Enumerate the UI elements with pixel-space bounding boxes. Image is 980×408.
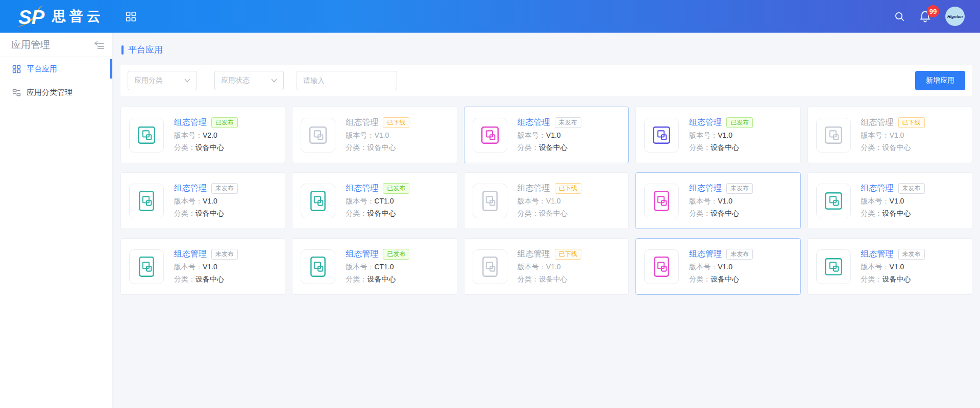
brand-logo: SP 思普云 (15, 5, 104, 28)
app-version: 版本号：CT1.0 (346, 197, 409, 206)
app-card[interactable]: 组态管理 已下线 版本号：V1.0 分类：设备中心 (464, 238, 629, 295)
app-card[interactable]: 组态管理 未发布 版本号：V1.0 分类：设备中心 (807, 238, 972, 295)
app-card[interactable]: 组态管理 未发布 版本号：V1.0 分类：设备中心 (464, 107, 629, 163)
title-accent-bar (121, 45, 124, 55)
app-title-link[interactable]: 组态管理 (174, 183, 207, 194)
status-badge: 已下线 (898, 117, 925, 128)
chevron-down-icon (184, 79, 190, 83)
app-title-link[interactable]: 组态管理 (689, 117, 722, 128)
app-icon (816, 249, 851, 284)
app-card[interactable]: 组态管理 未发布 版本号：V1.0 分类：设备中心 (120, 238, 285, 295)
app-category-row: 分类：设备中心 (174, 143, 238, 152)
app-title-link[interactable]: 组态管理 (346, 117, 378, 128)
app-status-select[interactable]: 应用状态 (214, 71, 284, 90)
app-title-link[interactable]: 组态管理 (518, 183, 550, 194)
app-card[interactable]: 组态管理 未发布 版本号：V1.0 分类：设备中心 (635, 238, 800, 295)
app-icon (301, 249, 335, 284)
app-title-link[interactable]: 组态管理 (689, 249, 722, 260)
app-title-link[interactable]: 组态管理 (861, 183, 894, 194)
app-category-row: 分类：设备中心 (346, 209, 409, 218)
status-badge: 已下线 (383, 117, 409, 128)
status-badge: 未发布 (726, 249, 753, 260)
status-badge: 未发布 (898, 249, 925, 260)
sidebar-item-platform-apps[interactable]: 平台应用 (0, 57, 112, 81)
status-badge: 未发布 (555, 117, 581, 128)
svg-text:SP: SP (18, 6, 45, 28)
app-icon (129, 184, 164, 218)
filter-toolbar: 应用分类 应用状态 新增应用 (120, 65, 972, 96)
sidebar-title: 应用管理 (0, 38, 86, 52)
app-cards-grid: 组态管理 已发布 版本号：V2.0 分类：设备中心 组态管理 已下线 (120, 107, 972, 295)
app-card[interactable]: 组态管理 已发布 版本号：V1.0 分类：设备中心 (635, 107, 800, 163)
status-badge: 已发布 (726, 117, 753, 128)
app-card[interactable]: 组态管理 已发布 版本号：CT1.0 分类：设备中心 (292, 238, 457, 295)
app-category-row: 分类：设备中心 (861, 209, 925, 218)
status-badge: 已下线 (555, 183, 581, 194)
status-badge: 未发布 (726, 183, 753, 194)
category-icon (12, 88, 21, 97)
status-badge: 已下线 (555, 249, 581, 260)
sidebar: 应用管理 平台应用 应用分类管理 (0, 33, 112, 408)
app-card[interactable]: 组态管理 已下线 版本号：V1.0 分类：设备中心 (464, 172, 629, 229)
app-card[interactable]: 组态管理 未发布 版本号：V1.0 分类：设备中心 (807, 172, 972, 229)
status-badge: 已发布 (383, 249, 409, 260)
notification-bell-icon[interactable]: 99 (919, 10, 931, 22)
app-version: 版本号：V1.0 (174, 263, 238, 272)
app-version: 版本号：V1.0 (861, 263, 925, 272)
sidebar-header: 应用管理 (0, 33, 112, 57)
app-version: 版本号：V1.0 (518, 131, 581, 140)
app-card[interactable]: 组态管理 已下线 版本号：V1.0 分类：设备中心 (807, 107, 972, 163)
app-version: 版本号：V1.0 (689, 263, 753, 272)
chevron-down-icon (271, 79, 277, 83)
brand-name: 思普云 (52, 7, 104, 26)
sidebar-item-label: 应用分类管理 (27, 88, 72, 97)
app-category-row: 分类：设备中心 (518, 143, 581, 152)
app-icon (301, 184, 335, 218)
sidebar-collapse-icon[interactable] (86, 33, 112, 57)
app-title-link[interactable]: 组态管理 (346, 249, 378, 260)
app-title-link[interactable]: 组态管理 (861, 249, 894, 260)
app-version: 版本号：V1.0 (346, 131, 409, 140)
app-category-row: 分类：设备中心 (346, 143, 409, 152)
sidebar-item-label: 平台应用 (27, 64, 57, 74)
search-icon[interactable] (894, 11, 905, 22)
status-badge: 未发布 (211, 249, 238, 260)
app-card[interactable]: 组态管理 已发布 版本号：V2.0 分类：设备中心 (120, 107, 285, 163)
app-version: 版本号：V2.0 (174, 131, 238, 140)
app-version: 版本号：V1.0 (689, 197, 753, 206)
app-title-link[interactable]: 组态管理 (518, 117, 550, 128)
app-version: 版本号：V1.0 (861, 197, 925, 206)
app-title-link[interactable]: 组态管理 (861, 117, 894, 128)
app-title-link[interactable]: 组态管理 (518, 249, 550, 260)
app-title-link[interactable]: 组态管理 (346, 183, 378, 194)
app-category-row: 分类：设备中心 (689, 209, 753, 218)
status-badge: 已发布 (383, 183, 409, 194)
search-input[interactable] (297, 71, 397, 90)
app-version: 版本号：V1.0 (689, 131, 753, 140)
app-card[interactable]: 组态管理 未发布 版本号：V1.0 分类：设备中心 (635, 172, 800, 229)
app-category-row: 分类：设备中心 (346, 275, 409, 284)
app-icon (644, 184, 679, 218)
app-icon (816, 184, 851, 218)
header-actions: 99 Hignton (894, 7, 965, 26)
app-card[interactable]: 组态管理 未发布 版本号：V1.0 分类：设备中心 (120, 172, 285, 229)
page-title: 平台应用 (128, 44, 163, 56)
app-version: 版本号：V1.0 (518, 263, 581, 272)
app-category-row: 分类：设备中心 (689, 275, 753, 284)
app-icon (473, 184, 507, 218)
app-icon (644, 118, 679, 152)
sidebar-item-app-categories[interactable]: 应用分类管理 (0, 81, 112, 104)
app-title-link[interactable]: 组态管理 (689, 183, 722, 194)
status-badge: 未发布 (898, 183, 925, 194)
app-title-link[interactable]: 组态管理 (174, 117, 207, 128)
app-category-row: 分类：设备中心 (861, 143, 925, 152)
user-avatar[interactable]: Hignton (945, 7, 965, 26)
app-category-row: 分类：设备中心 (518, 209, 581, 218)
apps-grid-icon[interactable] (126, 11, 136, 22)
app-title-link[interactable]: 组态管理 (174, 249, 207, 260)
app-card[interactable]: 组态管理 已发布 版本号：CT1.0 分类：设备中心 (292, 172, 457, 229)
status-badge: 已发布 (211, 117, 238, 128)
app-card[interactable]: 组态管理 已下线 版本号：V1.0 分类：设备中心 (292, 107, 457, 163)
add-app-button[interactable]: 新增应用 (915, 71, 965, 90)
app-category-select[interactable]: 应用分类 (128, 71, 197, 90)
